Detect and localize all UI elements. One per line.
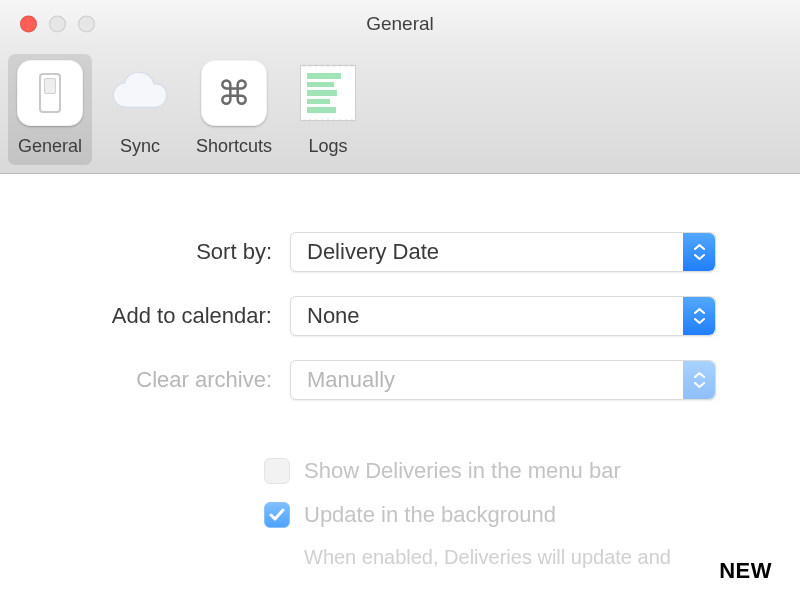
add-to-calendar-label: Add to calendar: [34,303,290,329]
receipt-icon [295,60,361,126]
tab-label: Sync [120,136,160,157]
tab-sync[interactable]: Sync [98,54,182,165]
preferences-window: General General Sync ⌘ Shortcuts Logs [0,0,800,600]
add-to-calendar-value: None [307,303,360,329]
chevron-up-down-icon [683,233,715,271]
clear-archive-row: Clear archive: Manually [34,360,766,400]
add-to-calendar-popup[interactable]: None [290,296,716,336]
chevron-up-down-icon [683,297,715,335]
show-in-menu-bar-row: Show Deliveries in the menu bar [264,458,766,484]
cloud-icon [107,60,173,126]
update-background-row: Update in the background [264,502,766,528]
show-in-menu-bar-label: Show Deliveries in the menu bar [304,458,621,484]
update-background-label: Update in the background [304,502,556,528]
tab-shortcuts[interactable]: ⌘ Shortcuts [188,54,280,165]
window-title: General [0,13,800,35]
clear-archive-label: Clear archive: [34,367,290,393]
preferences-toolbar: General Sync ⌘ Shortcuts Logs [0,48,800,174]
minimize-window-button[interactable] [49,16,66,33]
zoom-window-button[interactable] [78,16,95,33]
sort-by-label: Sort by: [34,239,290,265]
general-pane: Sort by: Delivery Date Add to calendar: … [0,174,800,600]
add-to-calendar-row: Add to calendar: None [34,296,766,336]
tab-general[interactable]: General [8,54,92,165]
switch-icon [17,60,83,126]
clear-archive-popup[interactable]: Manually [290,360,716,400]
tab-label: Logs [309,136,348,157]
sort-by-popup[interactable]: Delivery Date [290,232,716,272]
window-controls [20,16,95,33]
titlebar: General [0,0,800,48]
update-background-checkbox[interactable] [264,502,290,528]
clear-archive-value: Manually [307,367,395,393]
new-badge: NEW [719,558,772,584]
show-in-menu-bar-checkbox[interactable] [264,458,290,484]
tab-logs[interactable]: Logs [286,54,370,165]
close-window-button[interactable] [20,16,37,33]
chevron-up-down-icon [683,361,715,399]
sort-by-value: Delivery Date [307,239,439,265]
update-background-help: When enabled, Deliveries will update and [264,546,766,569]
sort-by-row: Sort by: Delivery Date [34,232,766,272]
checkbox-group: Show Deliveries in the menu bar Update i… [34,458,766,569]
tab-label: General [18,136,82,157]
tab-label: Shortcuts [196,136,272,157]
command-icon: ⌘ [201,60,267,126]
